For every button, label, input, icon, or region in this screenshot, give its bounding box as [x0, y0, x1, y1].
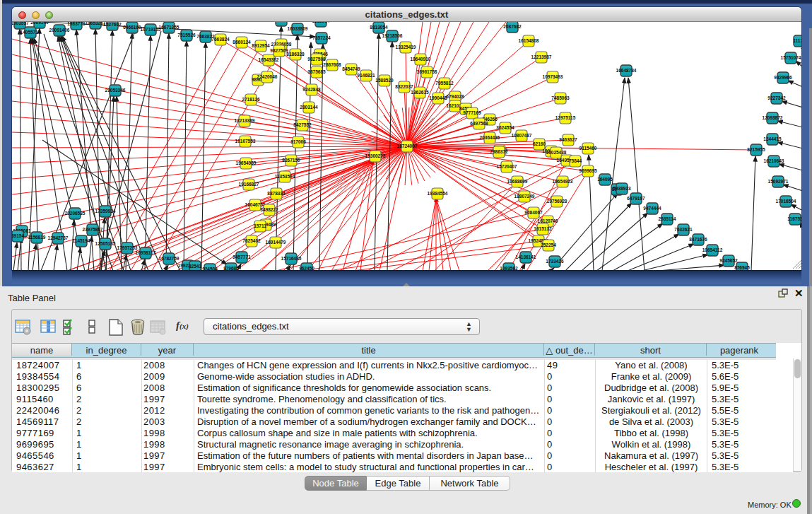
svg-text:8912954: 8912954 — [252, 43, 270, 48]
svg-text:14136141: 14136141 — [516, 255, 536, 259]
svg-text:10688609: 10688609 — [507, 179, 528, 184]
svg-text:15716485: 15716485 — [281, 256, 302, 261]
svg-text:6497568: 6497568 — [470, 121, 488, 126]
svg-text:10958107: 10958107 — [136, 250, 156, 255]
svg-text:15720407: 15720407 — [497, 164, 517, 169]
svg-text:8454749: 8454749 — [342, 66, 360, 71]
svg-text:39154: 39154 — [12, 233, 24, 238]
svg-text:879685: 879685 — [223, 266, 239, 270]
svg-text:9084067: 9084067 — [524, 210, 543, 215]
svg-text:19384554: 19384554 — [428, 191, 448, 196]
svg-text:252254: 252254 — [541, 243, 556, 247]
svg-text:20206535: 20206535 — [65, 211, 86, 216]
svg-text:16961758: 16961758 — [417, 69, 437, 74]
svg-text:1615132: 1615132 — [534, 226, 552, 231]
svg-text:19166827: 19166827 — [239, 182, 259, 187]
svg-text:12213389: 12213389 — [235, 118, 255, 123]
svg-text:2718126: 2718126 — [242, 97, 260, 102]
svg-text:2087682: 2087682 — [503, 24, 522, 29]
svg-text:8471676: 8471676 — [689, 237, 707, 242]
svg-text:10973493: 10973493 — [543, 74, 563, 79]
svg-text:11353594: 11353594 — [275, 174, 295, 179]
svg-text:1156819: 1156819 — [28, 235, 46, 240]
svg-text:7663824: 7663824 — [211, 37, 230, 42]
svg-text:10046755: 10046755 — [245, 202, 266, 207]
svg-text:876945: 876945 — [734, 265, 750, 270]
svg-text:3675685: 3675685 — [307, 69, 326, 74]
svg-text:16914479: 16914479 — [266, 240, 286, 245]
svg-text:16120746: 16120746 — [538, 218, 558, 223]
svg-text:16648784: 16648784 — [616, 68, 637, 73]
svg-text:17359924: 17359924 — [95, 209, 116, 214]
svg-text:16210643: 16210643 — [764, 158, 784, 163]
svg-text:9827509: 9827509 — [270, 48, 288, 53]
svg-text:15751074: 15751074 — [781, 55, 801, 60]
svg-text:16154808: 16154808 — [519, 38, 539, 43]
svg-text:962450: 962450 — [299, 266, 314, 270]
svg-text:12093872: 12093872 — [763, 115, 783, 120]
svg-text:7357224: 7357224 — [312, 35, 331, 40]
svg-text:82541: 82541 — [189, 264, 201, 269]
svg-text:8660124: 8660124 — [233, 40, 251, 45]
svg-text:18807249: 18807249 — [514, 194, 535, 199]
svg-text:11172: 11172 — [793, 38, 801, 43]
svg-text:7485063: 7485063 — [551, 95, 570, 100]
svg-text:9827508: 9827508 — [307, 57, 326, 62]
svg-text:116753: 116753 — [787, 216, 801, 221]
svg-text:75844: 75844 — [569, 158, 582, 163]
svg-text:2867608: 2867608 — [323, 62, 341, 67]
svg-text:9329966: 9329966 — [774, 75, 792, 80]
svg-text:2069140: 2069140 — [30, 22, 49, 25]
svg-text:6794028: 6794028 — [446, 94, 464, 99]
svg-text:23975867: 23975867 — [83, 227, 103, 232]
svg-text:1093562: 1093562 — [500, 266, 518, 270]
svg-text:5938923: 5938923 — [613, 186, 631, 191]
svg-text:164095: 164095 — [597, 177, 613, 182]
svg-text:9463627: 9463627 — [559, 137, 577, 142]
svg-text:7625402: 7625402 — [242, 238, 261, 243]
svg-text:9115460: 9115460 — [579, 146, 597, 151]
svg-text:1903557: 1903557 — [12, 22, 29, 25]
svg-text:14055714: 14055714 — [20, 30, 41, 35]
svg-text:15300275: 15300275 — [365, 153, 386, 158]
svg-text:16543382: 16543382 — [259, 57, 279, 62]
svg-text:15711: 15711 — [254, 223, 266, 228]
svg-text:7955812: 7955812 — [435, 81, 454, 86]
svg-text:2935114: 2935114 — [659, 216, 676, 221]
svg-text:10654112: 10654112 — [702, 247, 723, 252]
svg-text:1983779: 1983779 — [67, 22, 86, 26]
svg-text:17016504: 17016504 — [776, 199, 796, 204]
svg-text:8813054: 8813054 — [370, 25, 388, 30]
svg-text:1588520: 1588520 — [375, 78, 394, 83]
svg-text:16033809: 16033809 — [288, 26, 308, 31]
svg-text:1362615: 1362615 — [411, 90, 429, 95]
svg-text:15692971: 15692971 — [768, 179, 789, 184]
svg-text:1145194: 1145194 — [73, 238, 90, 243]
svg-text:12975115: 12975115 — [555, 115, 576, 120]
svg-text:6479197: 6479197 — [627, 196, 645, 201]
svg-text:12942737: 12942737 — [48, 235, 69, 240]
svg-text:10719155: 10719155 — [141, 27, 161, 32]
svg-text:10025438: 10025438 — [546, 150, 567, 155]
svg-text:29053346: 29053346 — [105, 88, 126, 93]
svg-text:8215955: 8215955 — [747, 147, 765, 152]
svg-text:8186328: 8186328 — [286, 52, 305, 57]
svg-text:17957253: 17957253 — [117, 245, 138, 250]
svg-text:8322037: 8322037 — [395, 84, 413, 89]
svg-text:7986372: 7986372 — [490, 149, 508, 154]
svg-text:3624554: 3624554 — [496, 125, 514, 130]
svg-text:3498222: 3498222 — [260, 207, 278, 212]
svg-text:62160: 62160 — [533, 141, 546, 146]
svg-text:9121581: 9121581 — [272, 22, 290, 23]
svg-text:9474444: 9474444 — [643, 206, 661, 211]
svg-text:20091406: 20091406 — [49, 28, 70, 33]
svg-text:10807487: 10807487 — [512, 133, 532, 138]
svg-text:12505135: 12505135 — [95, 241, 116, 246]
svg-text:9699695: 9699695 — [579, 168, 597, 173]
svg-text:7632621: 7632621 — [674, 227, 693, 232]
svg-text:12213987: 12213987 — [531, 54, 552, 59]
svg-text:19654923: 19654923 — [553, 179, 573, 184]
svg-text:1527602: 1527602 — [103, 22, 122, 27]
svg-text:9777169: 9777169 — [463, 110, 481, 115]
svg-text:19654985: 19654985 — [236, 160, 257, 165]
